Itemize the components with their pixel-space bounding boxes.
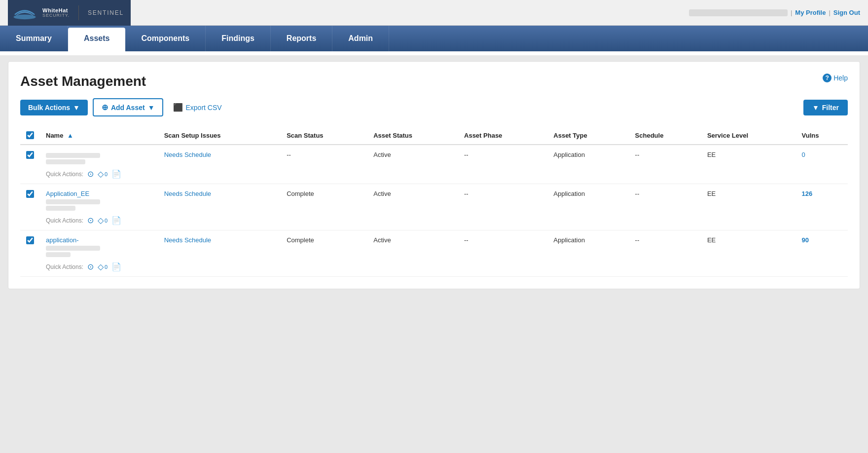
white-line [0,51,868,55]
select-all-checkbox[interactable] [26,131,34,139]
add-asset-button[interactable]: ⊕ Add Asset ▼ [93,98,164,116]
bulk-actions-caret-icon: ▼ [73,104,80,112]
col-asset-phase: Asset Phase [458,126,547,145]
row3-name-link[interactable]: application- [46,236,79,244]
col-name-label: Name [46,132,63,139]
row2-scan-setup-link[interactable]: Needs Schedule [164,190,211,197]
filter-button[interactable]: ▼ Filter [803,100,848,115]
row2-checkbox[interactable] [26,190,34,198]
row3-scan-status-cell: Complete [281,230,367,262]
asset-table: Name ▲ Scan Setup Issues Scan Status Ass… [20,126,848,277]
col-asset-type: Asset Type [547,126,629,145]
export-icon: ⬛ [173,103,183,112]
row1-scan-setup-cell[interactable]: Needs Schedule [158,145,281,168]
table-row: Application_EE Needs Schedule Complete A… [20,184,848,215]
nav-item-reports[interactable]: Reports [271,26,332,51]
row2-vulns: 126 [802,190,813,197]
row3-name-blurred [46,246,100,251]
nav-item-findings[interactable]: Findings [206,26,271,51]
row2-doc-icon[interactable]: 📄 [111,216,121,225]
action-bar: Bulk Actions ▼ ⊕ Add Asset ▼ ⬛ Export CS… [20,98,848,116]
help-link[interactable]: ? Help [823,74,848,82]
col-asset-status: Asset Status [367,126,458,145]
row3-name-cell: application- [40,230,158,262]
col-scan-setup: Scan Setup Issues [158,126,281,145]
nav-item-assets[interactable]: Assets [68,28,125,51]
table-row: Needs Schedule -- Active -- Application … [20,145,848,168]
row1-vulns: 0 [802,151,805,158]
row1-quick-actions-cell: Quick Actions: ⊙ ◇0 📄 [40,168,848,184]
row2-scan-setup-cell[interactable]: Needs Schedule [158,184,281,215]
col-service-level: Service Level [701,126,796,145]
svg-point-0 [14,14,36,19]
row1-checkbox-cell[interactable] [20,145,40,168]
nav-item-admin[interactable]: Admin [332,26,389,51]
row1-asset-status-cell: Active [367,145,458,168]
row3-checkbox-cell[interactable] [20,230,40,262]
logo-area: WhiteHat SECURITY. SENTINEL [8,0,131,26]
row3-scan-status: Complete [287,236,314,244]
row2-vulns-cell[interactable]: 126 [796,184,848,215]
table-row-quick-actions: Quick Actions: ⊙ ◇0 📄 [20,168,848,184]
my-profile-link[interactable]: My Profile [795,9,826,16]
export-csv-button[interactable]: ⬛ Export CSV [168,99,226,115]
row1-name-blurred2 [46,159,85,164]
row3-checkbox[interactable] [26,236,34,244]
page-header: Asset Management ? Help [20,74,848,89]
row2-checkbox-cell[interactable] [20,184,40,215]
row1-asset-phase-cell: -- [458,145,547,168]
sign-out-link[interactable]: Sign Out [833,9,860,16]
nav-item-components[interactable]: Components [125,26,206,51]
help-label: Help [833,74,848,82]
row1-checkbox[interactable] [26,151,34,159]
filter-label: Filter [822,104,839,112]
row3-scan-setup-cell[interactable]: Needs Schedule [158,230,281,262]
row1-more-icon[interactable]: ⊙ [87,169,94,179]
row1-vulns-cell[interactable]: 0 [796,145,848,168]
row1-scan-setup-link[interactable]: Needs Schedule [164,151,211,158]
row3-schedule-cell: -- [629,230,701,262]
row2-service-level-cell: EE [701,184,796,215]
row3-service-level-cell: EE [701,230,796,262]
row3-tag-icon[interactable]: ◇0 [98,262,108,271]
row3-more-icon[interactable]: ⊙ [87,262,94,271]
page-title: Asset Management [20,74,146,89]
row3-asset-phase: -- [464,236,469,244]
nav-item-summary[interactable]: Summary [0,26,68,51]
logo-sentinel: SENTINEL [88,9,124,16]
row1-service-level: EE [707,151,716,158]
row1-name-cell [40,145,158,168]
row2-asset-type: Application [553,190,585,197]
row1-tag-icon[interactable]: ◇0 [98,169,108,179]
logo-bg: WhiteHat SECURITY. SENTINEL [8,0,131,26]
row3-doc-icon[interactable]: 📄 [111,262,121,271]
row3-asset-status: Active [373,236,391,244]
row2-scan-status-cell: Complete [281,184,367,215]
row3-scan-setup-link[interactable]: Needs Schedule [164,236,211,244]
row2-tag-icon[interactable]: ◇0 [98,216,108,225]
row1-asset-status: Active [373,151,391,158]
row2-name-blurred2 [46,206,75,211]
select-all-header[interactable] [20,126,40,145]
add-asset-circle-icon: ⊕ [102,103,108,112]
row2-asset-status: Active [373,190,391,197]
row2-service-level: EE [707,190,716,197]
main-content: Asset Management ? Help Bulk Actions ▼ ⊕… [8,61,860,289]
row3-vulns-cell[interactable]: 90 [796,230,848,262]
row3-vulns: 90 [802,236,809,244]
row1-asset-type-cell: Application [547,145,629,168]
col-name[interactable]: Name ▲ [40,126,158,145]
row2-more-icon[interactable]: ⊙ [87,216,94,225]
row1-name-blurred [46,153,100,158]
row2-name-blurred [46,199,100,204]
table-body: Needs Schedule -- Active -- Application … [20,145,848,277]
row2-asset-type-cell: Application [547,184,629,215]
row2-name-link[interactable]: Application_EE [46,190,89,197]
row3-quick-actions: Quick Actions: ⊙ ◇0 📄 [46,262,842,271]
row3-name-blurred2 [46,252,71,257]
logo-divider [78,5,79,20]
whitehat-logo-icon [13,6,36,20]
row1-doc-icon[interactable]: 📄 [111,169,121,179]
export-csv-label: Export CSV [185,104,221,112]
bulk-actions-button[interactable]: Bulk Actions ▼ [20,100,88,115]
